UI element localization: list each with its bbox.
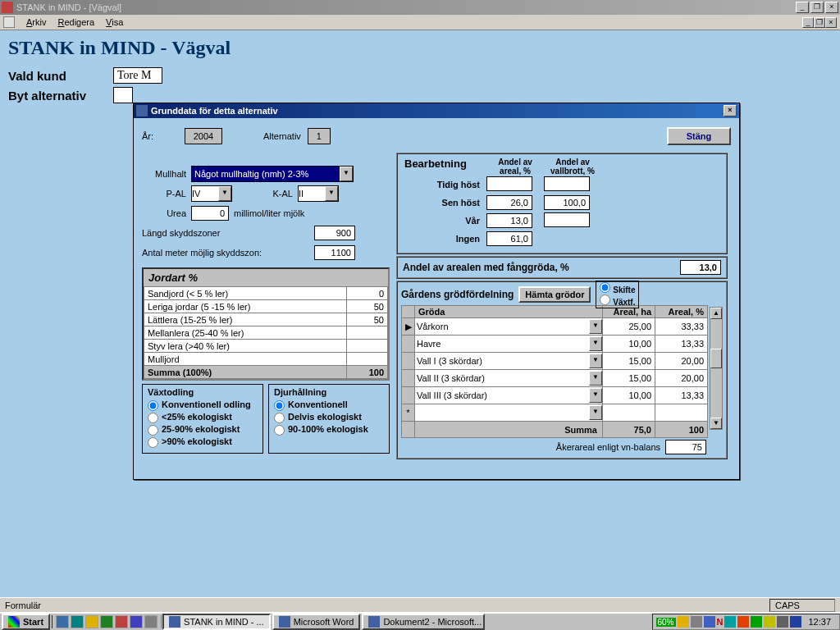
crop-ha[interactable]: 15,00 [603, 353, 655, 370]
start-button[interactable]: Start [2, 614, 50, 630]
clock[interactable]: 12:37 [803, 617, 836, 627]
crop-dropdown[interactable]: Vårkorn▼ [415, 318, 602, 335]
close-button[interactable]: × [825, 2, 838, 13]
menubar: AArkivrkiv Redigera Visa _ ❐ × [0, 15, 840, 30]
scroll-thumb[interactable] [710, 349, 722, 368]
tray-icon[interactable] [691, 616, 702, 628]
ql-icon[interactable] [56, 615, 69, 628]
tray-icon[interactable] [678, 616, 689, 628]
tray-icon[interactable] [764, 616, 775, 628]
row-selector[interactable] [402, 353, 415, 370]
skifte-radio[interactable]: Skifte [600, 285, 635, 294]
crops-sum-label: Summa [415, 422, 603, 438]
crop-ha[interactable]: 10,00 [603, 387, 655, 404]
menu-redigera[interactable]: Redigera [52, 16, 99, 29]
row-selector[interactable]: ▶ [402, 318, 415, 336]
vaxt-option[interactable]: Konventionell odling [148, 399, 258, 411]
doc-icon[interactable] [3, 16, 15, 28]
menu-arkiv[interactable]: AArkivrkiv [21, 16, 51, 29]
stang-button[interactable]: Stäng [667, 127, 731, 145]
bearb-a[interactable]: 61,0 [486, 231, 532, 246]
doc-restore-button[interactable]: ❐ [814, 17, 825, 28]
tray-icon[interactable] [724, 616, 736, 628]
row-selector[interactable] [402, 387, 415, 404]
scroll-up-icon[interactable]: ▲ [710, 308, 722, 319]
jordart-value[interactable] [347, 353, 388, 366]
tray-icon[interactable]: N [717, 617, 724, 627]
vaxtf-radio[interactable]: Växtf. [600, 298, 635, 307]
crop-pct[interactable]: 33,33 [655, 318, 708, 336]
tray-percent[interactable]: 60% [656, 618, 676, 627]
crops-scrollbar[interactable]: ▲ ▼ [710, 307, 723, 430]
new-row-marker[interactable]: * [402, 404, 415, 422]
pal-dropdown[interactable]: IV▼ [191, 185, 232, 202]
vaxt-option[interactable]: >90% ekologiskt [148, 436, 258, 448]
jordart-value[interactable]: 0 [347, 287, 388, 300]
ql-icon[interactable] [71, 615, 84, 628]
vald-kund-field[interactable]: Tore M [113, 67, 162, 84]
tray-icon[interactable] [737, 616, 749, 628]
tray-icon[interactable] [751, 616, 762, 628]
crop-dropdown[interactable]: Vall III (3 skördar)▼ [415, 387, 602, 404]
scroll-down-icon[interactable]: ▼ [710, 418, 722, 429]
ql-icon[interactable] [115, 615, 128, 628]
crop-ha[interactable]: 10,00 [603, 336, 655, 353]
restore-button[interactable]: ❐ [810, 2, 824, 13]
vaxt-option[interactable]: 25-90% ekologiskt [148, 423, 258, 436]
crop-dropdown[interactable]: Havre▼ [415, 336, 602, 352]
mullhalt-dropdown[interactable]: Något mullhaltig (nmh) 2-3%▼ [191, 166, 354, 182]
taskbar-item[interactable]: Dokument2 - Microsoft... [362, 614, 485, 630]
menu-visa[interactable]: Visa [101, 16, 128, 29]
row-selector[interactable] [402, 336, 415, 353]
crop-ha[interactable]: 25,00 [603, 318, 655, 336]
taskbar-item[interactable]: Microsoft Word [272, 614, 361, 630]
akerareal-input[interactable]: 75 [665, 440, 706, 454]
bearb-b[interactable]: 100,0 [544, 195, 590, 210]
djur-option[interactable]: Konventionell [274, 399, 384, 411]
alternativ-label: Alternativ [263, 131, 301, 141]
jordart-value[interactable]: 50 [347, 300, 388, 313]
crop-dropdown[interactable]: Vall II (3 skördar)▼ [415, 370, 602, 386]
hamta-grodor-button[interactable]: Hämta grödor [518, 286, 591, 303]
mojlig-input[interactable]: 1100 [314, 245, 355, 260]
dialog-titlebar[interactable]: Grunddata för detta alternativ × [134, 103, 739, 118]
ql-icon[interactable] [100, 615, 113, 628]
urea-input[interactable]: 0 [191, 206, 229, 221]
bearb-a[interactable] [486, 176, 532, 191]
urea-label: Urea [142, 208, 191, 218]
djur-option[interactable]: Delvis ekologiskt [274, 411, 384, 423]
taskbar-item[interactable]: STANK in MIND - ... [162, 614, 271, 630]
crop-dropdown-new[interactable]: ▼ [415, 404, 602, 421]
row-selector[interactable] [402, 370, 415, 387]
bearb-a[interactable]: 26,0 [486, 195, 532, 210]
tray-icon[interactable] [790, 616, 801, 628]
kal-dropdown[interactable]: II▼ [298, 185, 339, 202]
bearb-a[interactable]: 13,0 [486, 213, 532, 228]
dialog-close-button[interactable]: × [724, 105, 737, 116]
crop-pct[interactable]: 20,00 [655, 370, 708, 387]
doc-close-button[interactable]: × [825, 17, 837, 28]
bearb-b[interactable] [544, 176, 590, 191]
ql-icon[interactable] [144, 615, 158, 628]
crop-pct[interactable]: 13,33 [655, 387, 708, 404]
skydd-input[interactable]: 900 [314, 226, 355, 240]
ql-icon[interactable] [130, 615, 143, 628]
jordart-value[interactable] [347, 326, 388, 340]
doc-minimize-button[interactable]: _ [802, 17, 814, 28]
ql-icon[interactable] [85, 615, 98, 628]
fanggroda-input[interactable]: 13,0 [680, 260, 721, 275]
crop-dropdown[interactable]: Vall I (3 skördar)▼ [415, 353, 602, 369]
vaxt-option[interactable]: <25% ekologiskt [148, 411, 258, 423]
tray-icon[interactable] [777, 616, 788, 628]
djur-option[interactable]: 90-100% ekologisk [274, 423, 384, 436]
minimize-button[interactable]: _ [796, 2, 809, 13]
tray-icon[interactable] [704, 616, 715, 628]
jordart-sum-label: Summa (100%) [144, 366, 347, 379]
bearb-b[interactable] [544, 212, 590, 227]
jordart-value[interactable] [347, 340, 388, 353]
crop-ha[interactable]: 15,00 [603, 370, 655, 387]
jordart-value[interactable]: 50 [347, 313, 388, 326]
crop-pct[interactable]: 20,00 [655, 353, 708, 370]
crop-pct[interactable]: 13,33 [655, 336, 708, 353]
byt-alternativ-field[interactable] [113, 87, 133, 103]
